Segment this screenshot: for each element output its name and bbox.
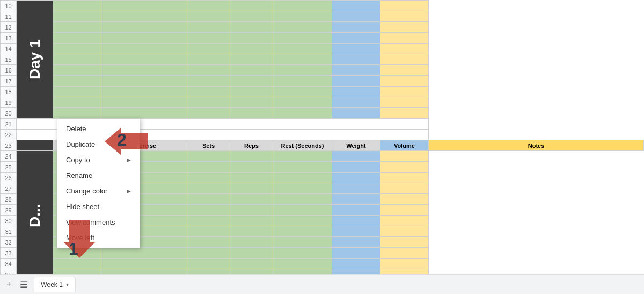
context-menu-hide-sheet[interactable]: Hide sheet <box>57 199 140 214</box>
cell[interactable] <box>101 87 187 97</box>
cell[interactable] <box>380 87 429 97</box>
cell[interactable] <box>380 108 429 119</box>
cell[interactable] <box>273 87 332 97</box>
cell[interactable] <box>332 65 380 76</box>
cell[interactable] <box>380 33 429 44</box>
cell[interactable] <box>332 1 380 11</box>
cell[interactable] <box>187 108 230 119</box>
cell[interactable] <box>230 1 273 11</box>
cell[interactable] <box>273 108 332 119</box>
cell[interactable] <box>273 54 332 65</box>
cell[interactable] <box>380 22 429 33</box>
cell[interactable] <box>273 65 332 76</box>
cell[interactable] <box>187 33 230 44</box>
cell[interactable] <box>53 65 101 76</box>
cell[interactable] <box>101 44 187 54</box>
cell[interactable] <box>101 11 187 22</box>
cell[interactable] <box>332 44 380 54</box>
cell[interactable] <box>230 22 273 33</box>
row-num: 18 <box>1 87 17 97</box>
weight-header: Weight <box>332 140 380 151</box>
cell[interactable] <box>53 87 101 97</box>
sheet-list-button[interactable]: ☰ <box>18 279 30 290</box>
week1-tab[interactable]: Week 1 ▾ <box>34 277 75 292</box>
row-num: 15 <box>1 54 17 65</box>
context-menu-change-color[interactable]: Change color ▶ <box>57 183 140 199</box>
cell[interactable] <box>53 54 101 65</box>
cell[interactable] <box>273 11 332 22</box>
cell[interactable] <box>380 76 429 87</box>
cell[interactable] <box>187 97 230 108</box>
sheet-tab-dropdown-icon[interactable]: ▾ <box>66 282 69 288</box>
row-num: 13 <box>1 33 17 44</box>
annotation-num-2: 2 <box>117 130 127 150</box>
cell[interactable] <box>332 108 380 119</box>
cell[interactable] <box>53 108 101 119</box>
cell[interactable] <box>273 76 332 87</box>
cell[interactable] <box>230 65 273 76</box>
cell[interactable] <box>273 44 332 54</box>
cell[interactable] <box>332 87 380 97</box>
arrow1-annotation <box>63 220 96 260</box>
cell[interactable] <box>332 54 380 65</box>
cell[interactable] <box>273 33 332 44</box>
table-row: 15 <box>1 54 644 65</box>
cell[interactable] <box>187 1 230 11</box>
table-row: 10 Day 1 <box>1 1 644 11</box>
context-menu-rename[interactable]: Rename <box>57 168 140 183</box>
cell[interactable] <box>230 87 273 97</box>
cell[interactable] <box>187 54 230 65</box>
cell[interactable] <box>101 108 187 119</box>
cell[interactable] <box>187 87 230 97</box>
cell[interactable] <box>187 22 230 33</box>
table-row: 20 <box>1 108 644 119</box>
add-sheet-button[interactable]: + <box>4 279 13 289</box>
copy-to-label: Copy to <box>66 156 90 164</box>
cell[interactable] <box>230 44 273 54</box>
cell[interactable] <box>273 22 332 33</box>
cell[interactable] <box>380 97 429 108</box>
cell[interactable] <box>380 44 429 54</box>
cell[interactable] <box>273 97 332 108</box>
cell[interactable] <box>53 44 101 54</box>
cell[interactable] <box>230 11 273 22</box>
row-num: 22 <box>1 130 17 140</box>
delete-label: Delete <box>66 125 86 133</box>
cell[interactable] <box>273 1 332 11</box>
cell[interactable] <box>101 76 187 87</box>
cell[interactable] <box>380 1 429 11</box>
notes-header: Notes <box>429 140 644 151</box>
cell[interactable] <box>230 108 273 119</box>
cell[interactable] <box>17 140 53 151</box>
change-color-label: Change color <box>66 187 107 195</box>
cell[interactable] <box>332 76 380 87</box>
cell[interactable] <box>187 65 230 76</box>
cell[interactable] <box>187 11 230 22</box>
cell[interactable] <box>53 1 101 11</box>
cell[interactable] <box>53 33 101 44</box>
cell[interactable] <box>230 76 273 87</box>
cell[interactable] <box>101 54 187 65</box>
cell[interactable] <box>332 22 380 33</box>
cell[interactable] <box>380 54 429 65</box>
cell[interactable] <box>187 44 230 54</box>
row-num: 14 <box>1 44 17 54</box>
cell[interactable] <box>380 65 429 76</box>
cell[interactable] <box>53 76 101 87</box>
cell[interactable] <box>230 97 273 108</box>
cell[interactable] <box>230 54 273 65</box>
cell[interactable] <box>380 11 429 22</box>
cell[interactable] <box>230 33 273 44</box>
cell[interactable] <box>101 65 187 76</box>
cell[interactable] <box>101 22 187 33</box>
cell[interactable] <box>101 97 187 108</box>
cell[interactable] <box>53 22 101 33</box>
cell[interactable] <box>53 97 101 108</box>
cell[interactable] <box>101 33 187 44</box>
cell[interactable] <box>187 76 230 87</box>
cell[interactable] <box>332 97 380 108</box>
cell[interactable] <box>332 33 380 44</box>
cell[interactable] <box>101 1 187 11</box>
cell[interactable] <box>53 11 101 22</box>
cell[interactable] <box>332 11 380 22</box>
